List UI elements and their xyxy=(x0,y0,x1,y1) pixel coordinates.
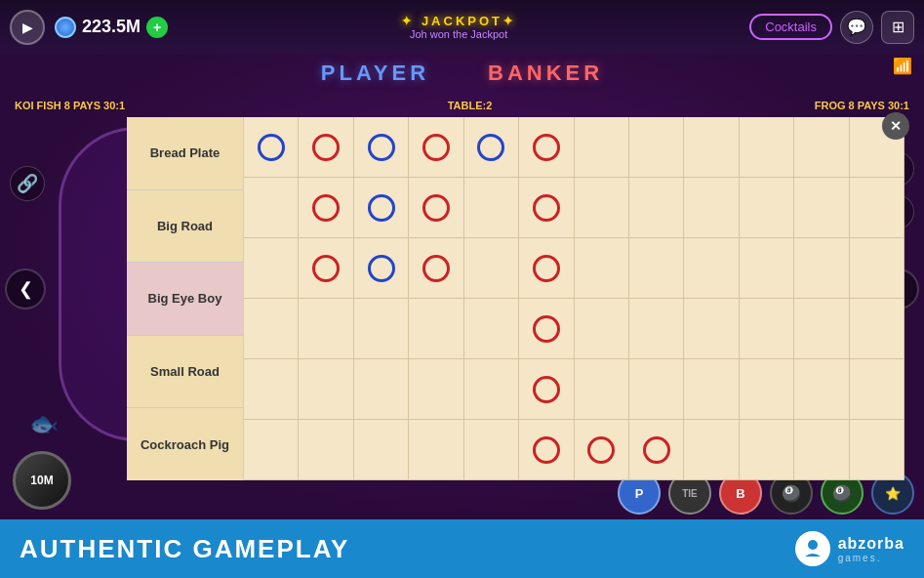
circle-blue-0-0 xyxy=(258,134,285,161)
jackpot-subtitle: Joh won the Jackpot xyxy=(410,28,507,40)
table-info: TABLE:2 xyxy=(448,100,493,111)
circle-blue-0-4 xyxy=(477,134,504,161)
authentic-gameplay-text: AUTHENTIC GAMEPLAY xyxy=(20,534,349,564)
grid-cell-5-3 xyxy=(409,420,463,480)
grid-cell-4-6 xyxy=(575,359,629,420)
ball-8-icon: 🎱 xyxy=(782,484,801,503)
grid-cell-1-7 xyxy=(629,178,684,238)
chip-10m[interactable]: 10M xyxy=(13,451,71,510)
grid-cell-0-7 xyxy=(629,117,684,178)
grid-cell-0-8 xyxy=(684,117,739,178)
grid-cell-4-7 xyxy=(629,359,684,420)
grid-cell-4-9 xyxy=(740,359,794,420)
grid-cell-3-0 xyxy=(244,299,299,359)
add-coins-button[interactable]: + xyxy=(146,17,168,38)
top-bar: ▶ 223.5M + JACKPOT Joh won the Jackpot C… xyxy=(0,0,924,54)
close-icon: ✕ xyxy=(890,118,902,134)
grid-cell-3-3 xyxy=(409,299,463,359)
grid-cell-2-10 xyxy=(794,238,849,299)
grid-cell-4-2 xyxy=(354,359,409,420)
grid-cell-1-2 xyxy=(354,178,409,238)
grid-cell-3-5 xyxy=(519,299,574,359)
close-button[interactable]: ✕ xyxy=(882,112,909,140)
grid-cell-3-2 xyxy=(354,299,409,359)
grid-cell-0-2 xyxy=(354,117,409,178)
circle-blue-1-2 xyxy=(368,194,395,222)
abzorba-text: abzorba games. xyxy=(838,535,904,563)
coin-area: 223.5M + xyxy=(55,17,168,38)
grid-button[interactable]: ⊞ xyxy=(881,11,914,44)
circle-red-2-1 xyxy=(312,255,340,282)
cockroach-pig-label[interactable]: Cockroach Pig xyxy=(127,408,243,480)
grid-cell-2-3 xyxy=(409,238,463,299)
grid-icon: ⊞ xyxy=(892,18,904,36)
grid-cell-1-3 xyxy=(409,178,463,238)
abzorba-logo: abzorba games. xyxy=(795,531,904,566)
grid-cell-0-10 xyxy=(794,117,849,178)
grid-cell-0-5 xyxy=(519,117,574,178)
svg-point-0 xyxy=(808,540,818,550)
play-button[interactable]: ▶ xyxy=(10,10,45,45)
bread-plate-label[interactable]: Bread Plate xyxy=(127,117,243,190)
grid-cell-1-9 xyxy=(740,178,794,238)
jackpot-area: JACKPOT Joh won the Jackpot xyxy=(168,14,749,40)
grid-cell-1-4 xyxy=(464,178,519,238)
left-side-icons: 🔗 xyxy=(10,166,45,201)
grid-cell-3-11 xyxy=(850,299,904,359)
circle-red-1-5 xyxy=(533,194,560,222)
grid-cell-5-1 xyxy=(299,420,353,480)
grid-cell-0-9 xyxy=(740,117,794,178)
circle-blue-2-2 xyxy=(368,255,395,282)
circle-red-0-1 xyxy=(312,134,340,161)
big-eye-boy-label[interactable]: Big Eye Boy xyxy=(127,263,243,336)
player-banker-bar: PLAYER BANKER xyxy=(0,54,924,93)
grid-cell-4-3 xyxy=(409,359,463,420)
grid-cell-2-5 xyxy=(519,238,574,299)
ball-8-green-icon: 🎱 xyxy=(832,484,852,503)
left-chevron-icon: ❮ xyxy=(19,278,33,300)
grid-cell-1-8 xyxy=(684,178,739,238)
grid-cell-5-5 xyxy=(519,420,574,480)
circle-red-2-5 xyxy=(533,255,560,282)
nav-left-arrow[interactable]: ❮ xyxy=(5,268,46,310)
link-icon[interactable]: 🔗 xyxy=(10,166,45,201)
grid-cell-2-8 xyxy=(684,238,739,299)
circle-red-0-3 xyxy=(422,134,450,161)
grid-cell-3-10 xyxy=(794,299,849,359)
bottom-bar: AUTHENTIC GAMEPLAY abzorba games. xyxy=(0,519,924,578)
circle-red-0-5 xyxy=(533,134,560,161)
grid-cell-4-4 xyxy=(464,359,519,420)
circle-blue-0-2 xyxy=(368,134,395,161)
grid-cell-2-0 xyxy=(244,238,299,299)
grid-cell-5-8 xyxy=(684,420,739,480)
grid-cell-3-4 xyxy=(464,299,519,359)
grid-cell-3-7 xyxy=(629,299,684,359)
circle-red-5-7 xyxy=(643,436,670,464)
road-panel: Bread Plate Big Road Big Eye Boy Small R… xyxy=(127,117,904,480)
koi-fish-info: KOI FISH 8 PAYS 30:1 xyxy=(15,100,125,111)
grid-cell-4-5 xyxy=(519,359,574,420)
grid-cell-3-8 xyxy=(684,299,739,359)
abzorba-icon xyxy=(795,531,830,566)
circle-red-3-5 xyxy=(533,315,560,343)
circle-red-1-1 xyxy=(312,194,340,222)
grid-cell-4-10 xyxy=(794,359,849,420)
fish-decoration: 🐟 xyxy=(29,410,59,437)
grid-cell-2-9 xyxy=(740,238,794,299)
circle-red-1-3 xyxy=(422,194,450,222)
circle-red-2-3 xyxy=(422,255,450,282)
circle-red-4-5 xyxy=(533,376,560,403)
chat-icon: 💬 xyxy=(847,18,866,36)
road-labels: Bread Plate Big Road Big Eye Boy Small R… xyxy=(127,117,244,480)
grid-cell-0-1 xyxy=(299,117,353,178)
grid-cell-0-4 xyxy=(464,117,519,178)
small-road-label[interactable]: Small Road xyxy=(127,336,243,409)
cocktails-button[interactable]: Cocktails xyxy=(749,14,832,40)
chat-button[interactable]: 💬 xyxy=(840,11,873,44)
big-road-label[interactable]: Big Road xyxy=(127,190,243,264)
grid-cell-1-1 xyxy=(299,178,353,238)
grid-cell-1-10 xyxy=(794,178,849,238)
road-grid xyxy=(244,117,904,480)
grid-cell-1-5 xyxy=(519,178,574,238)
grid-cell-5-7 xyxy=(629,420,684,480)
